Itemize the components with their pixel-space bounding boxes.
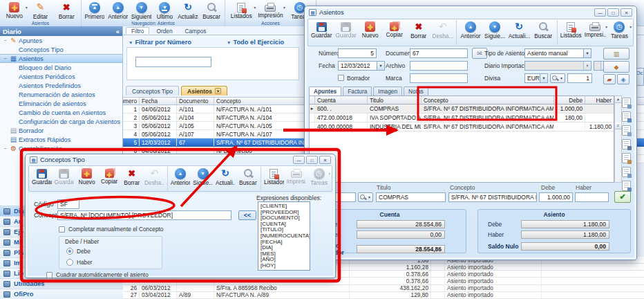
page-action-icon[interactable] [622, 98, 631, 108]
toolbar-button[interactable]: Nuevo ▾ [1, 1, 28, 20]
dropdown-caret-icon[interactable]: ▾ [328, 172, 330, 176]
sidebar-item[interactable]: Cambio de cuenta en Asientos [0, 108, 122, 117]
grid-row[interactable]: 472.00.00018 IVA SOPORTADO AL 18 % S/FRA… [310, 114, 614, 123]
document-tab[interactable]: Conceptos Tipo [126, 86, 179, 96]
borrador-checkbox[interactable] [338, 75, 344, 81]
radio-haber[interactable] [66, 259, 73, 266]
toolbar-button[interactable]: Copiar [98, 167, 121, 190]
marca-field[interactable] [410, 73, 468, 83]
toolbar-button[interactable]: Siguie... [191, 167, 214, 190]
window-tab[interactable]: Apuntes [309, 87, 341, 96]
toolbar-button[interactable]: Borrar [120, 167, 143, 190]
sidebar-item[interactable]: Bloqueo del Diario [0, 63, 122, 72]
grid-row[interactable]: 400.00.00008 INDUSTRIA DEL MUEBLE, S.A. … [310, 123, 614, 132]
toolbar-button[interactable]: Editar [28, 1, 54, 20]
window-control-button[interactable]: □ [607, 8, 619, 17]
page-action-icon[interactable] [622, 167, 631, 177]
fecha-select[interactable]: 12/03/2012 ▼ [338, 61, 385, 71]
expresiones-listbox[interactable]: [CLIENTE][PROVEEDOR][DOCUMENTO][CUENTA][… [258, 201, 310, 271]
toolbar-button[interactable]: Nuevo [75, 167, 98, 190]
column-header[interactable]: Debe [554, 96, 585, 104]
table-row[interactable]: 0.378,66 Asiento importado [123, 278, 644, 284]
column-header[interactable]: Haber [585, 96, 614, 104]
scroll-up-icon[interactable]: ▲ [615, 96, 621, 103]
haber-radio-row[interactable]: Haber [66, 259, 93, 266]
window-tab[interactable]: Imagen [373, 87, 402, 96]
toolbar-button[interactable]: Guardar [53, 167, 76, 190]
sidebar-item[interactable]: Asientos Periódicos [0, 72, 122, 81]
toolbar-button[interactable]: Primero [83, 1, 106, 20]
divisa-search-button[interactable]: ▼ [550, 73, 565, 83]
radio-debe[interactable] [66, 248, 73, 255]
sidebar-item[interactable]: Borrador [0, 126, 122, 135]
toolbar-button[interactable]: Guardar [334, 20, 358, 45]
debe-radio-row[interactable]: Debe [66, 248, 91, 255]
toolbar-button[interactable]: Ultimo [153, 1, 176, 20]
filter-by-number-header[interactable]: ▼ Filtrar por Número [129, 39, 191, 46]
sidebar-item[interactable]: − Apuntes [0, 36, 122, 45]
column-header[interactable]: Titulo [368, 96, 422, 104]
sidebar-item[interactable]: Extractos Rápidos [0, 135, 122, 144]
toolbar-button[interactable]: Guardar Cerrar [310, 20, 334, 45]
numero-field[interactable]: 5 [338, 48, 377, 58]
edit-concepto-field[interactable]: S/FRA. Nº 67 DISTRIBUIDORA INFORMA [448, 192, 537, 202]
toolbar-button[interactable]: Anterior [167, 167, 192, 190]
toolbar-button[interactable]: Actuali... [507, 20, 531, 45]
collapse-icon[interactable]: « [116, 28, 120, 35]
toolbar-button[interactable]: Nuevo [358, 20, 382, 45]
page-action-icon[interactable] [622, 181, 631, 191]
tab-close-icon[interactable]: ✕ [215, 88, 221, 94]
toolbar-button[interactable]: Actualizar [176, 1, 200, 20]
window-titlebar[interactable]: Asientos —□✕ [305, 6, 636, 19]
toolbar-button[interactable]: Tareas ▾ [307, 167, 330, 190]
column-header[interactable]: Documento [177, 98, 214, 105]
package-tool-button[interactable]: ◆ [603, 61, 629, 73]
filter-number-input[interactable] [135, 57, 211, 67]
sidebar-item[interactable]: − Contabilización [0, 144, 122, 153]
document-tool-button[interactable]: ▥ [603, 48, 629, 60]
toolbar-button[interactable]: Buscar [200, 1, 223, 20]
page-action-icon[interactable] [622, 125, 631, 136]
completar-checkbox-row[interactable]: Completar manualmente el Concepto [59, 226, 163, 233]
toolbar-button[interactable]: Siguie... [483, 20, 507, 45]
document-tab[interactable]: Asientos ✕ [181, 86, 227, 96]
toolbar-button[interactable]: Actuali... [214, 167, 237, 190]
toolbar-button[interactable]: Borrar [53, 1, 79, 20]
archivo-field[interactable] [410, 61, 468, 71]
filter-tab[interactable]: Orden [151, 27, 178, 34]
sidebar-item[interactable]: Conceptos Tipo [0, 45, 122, 54]
scope-header[interactable]: ▼ Todo el Ejercicio [227, 39, 284, 46]
toolbar-button[interactable]: Anterior [106, 1, 130, 20]
filter-tab[interactable]: Filtro [126, 27, 149, 34]
tree-expander-icon[interactable]: − [2, 38, 8, 43]
nav-module-item[interactable]: OfiPro [0, 289, 123, 299]
toolbar-button[interactable]: Buscar [236, 167, 259, 190]
toolbar-button[interactable]: Copiar [382, 20, 406, 45]
window-control-button[interactable]: ✕ [319, 156, 331, 164]
book-tool-button[interactable]: ▰ [603, 74, 616, 84]
toolbar-button[interactable]: Listados [261, 167, 285, 190]
column-header[interactable]: Fecha [140, 98, 177, 105]
chevron-down-icon[interactable]: ▼ [540, 74, 547, 82]
checkbox[interactable] [59, 226, 65, 233]
table-row[interactable]: 27 03/04/2012 A/89 N/FACTURA N. A/89 129… [123, 292, 644, 299]
diario-importacion-select[interactable]: ▼ [524, 61, 591, 71]
toolbar-button[interactable]: Borrar [406, 20, 430, 45]
edit-haber-field[interactable] [575, 192, 609, 202]
cuadrar-checkbox-row[interactable]: Cuadrar automáticamente el asiento [46, 271, 149, 278]
window-tab[interactable]: Factura [343, 87, 372, 96]
divisa-select[interactable]: EUR ▼ [524, 73, 548, 83]
chevron-down-icon[interactable]: ▼ [377, 62, 384, 70]
chevron-down-icon[interactable]: ▼ [583, 62, 591, 70]
stamp-tool-button[interactable]: ◈ [617, 74, 629, 84]
window-control-button[interactable]: — [594, 8, 606, 17]
tipo-asiento-select[interactable]: Asiento manual ▼ [524, 48, 591, 58]
page-action-icon[interactable] [622, 153, 631, 163]
toolbar-button[interactable]: Guardar... [30, 167, 53, 190]
codigo-field[interactable]: SF [57, 199, 79, 209]
toolbar-button[interactable]: Anterior [456, 20, 482, 45]
toolbar-button[interactable]: Tareas ▾ [607, 20, 632, 45]
column-header[interactable]: Concepto [422, 96, 554, 104]
tree-expander-icon[interactable]: − [2, 56, 8, 61]
window-tab[interactable]: Notas [404, 87, 428, 96]
